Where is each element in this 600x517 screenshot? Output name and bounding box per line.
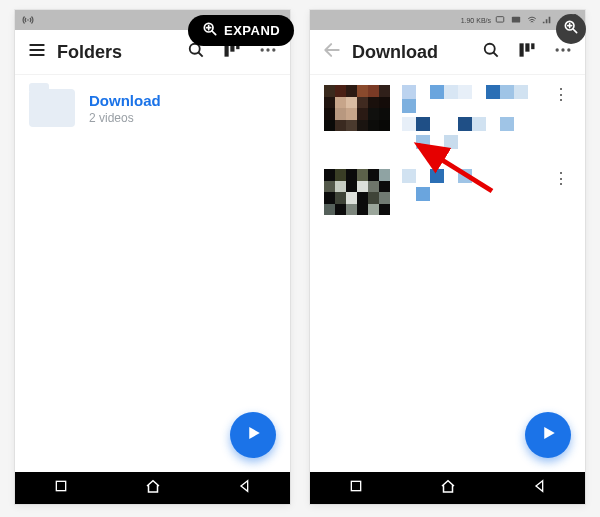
svg-point-31 [567, 48, 570, 51]
play-icon [244, 424, 262, 446]
hamburger-icon [27, 40, 47, 64]
triangle-left-icon [237, 480, 253, 497]
svg-marker-33 [544, 427, 555, 439]
system-nav-bar [310, 472, 585, 504]
video-title-placeholder [402, 85, 539, 149]
svg-point-30 [561, 48, 564, 51]
back-button[interactable] [532, 478, 548, 498]
zoom-in-icon [202, 21, 218, 40]
svg-point-29 [556, 48, 559, 51]
zoom-in-icon [563, 19, 579, 39]
svg-point-13 [266, 48, 269, 51]
back-button[interactable] [237, 478, 253, 498]
home-outline-icon [439, 481, 457, 498]
recent-apps-button[interactable] [53, 478, 69, 498]
video-item-1[interactable]: ⋮ [310, 75, 585, 159]
svg-point-14 [272, 48, 275, 51]
page-title: Download [348, 42, 475, 63]
video-title-placeholder [402, 169, 539, 201]
broadcast-icon [21, 14, 35, 26]
content-area: Download 2 videos [15, 75, 290, 472]
item-more-button[interactable]: ⋮ [551, 85, 571, 104]
search-icon [481, 40, 501, 64]
svg-rect-26 [520, 43, 524, 56]
status-bar: 1.90 KB/s [310, 10, 585, 30]
svg-rect-16 [56, 481, 65, 490]
folder-item-download[interactable]: Download 2 videos [15, 75, 290, 141]
cast-icon [494, 15, 506, 25]
view-toggle-button[interactable] [511, 36, 543, 68]
svg-rect-19 [512, 17, 520, 23]
video-thumbnail [324, 169, 390, 215]
network-speed-text: 1.90 KB/s [461, 17, 491, 24]
folder-subtitle: 2 videos [89, 111, 161, 125]
back-arrow-button[interactable] [316, 36, 348, 68]
app-bar: Download [310, 30, 585, 75]
triangle-left-icon [532, 480, 548, 497]
svg-rect-28 [531, 43, 534, 49]
home-button[interactable] [144, 477, 162, 499]
svg-rect-34 [351, 481, 360, 490]
svg-marker-35 [536, 481, 543, 492]
svg-marker-17 [241, 481, 248, 492]
home-outline-icon [144, 481, 162, 498]
wifi-icon [526, 15, 538, 25]
page-title: Folders [53, 42, 180, 63]
signal-icon [541, 15, 553, 25]
recent-apps-button[interactable] [348, 478, 364, 498]
item-more-button[interactable]: ⋮ [551, 169, 571, 188]
expand-button[interactable]: EXPAND [188, 15, 294, 46]
square-icon [53, 480, 69, 497]
zoom-button[interactable] [556, 14, 586, 44]
video-item-2[interactable]: ⋮ [310, 159, 585, 225]
svg-line-37 [212, 31, 216, 35]
system-nav-bar [15, 472, 290, 504]
svg-marker-15 [249, 427, 260, 439]
play-icon [539, 424, 557, 446]
play-fab[interactable] [525, 412, 571, 458]
play-fab[interactable] [230, 412, 276, 458]
search-button[interactable] [475, 36, 507, 68]
svg-line-41 [573, 29, 577, 33]
svg-point-12 [261, 48, 264, 51]
home-button[interactable] [439, 477, 457, 499]
folder-name: Download [89, 92, 161, 109]
more-vertical-icon: ⋮ [553, 170, 569, 187]
svg-rect-27 [525, 43, 529, 51]
svg-line-8 [199, 53, 203, 57]
more-vertical-icon: ⋮ [553, 86, 569, 103]
folder-icon [29, 89, 75, 127]
menu-button[interactable] [21, 36, 53, 68]
view-columns-icon [517, 40, 537, 64]
svg-point-0 [27, 19, 29, 21]
square-icon [348, 480, 364, 497]
phone-right: 1.90 KB/s [310, 10, 585, 504]
svg-rect-18 [496, 17, 504, 22]
volte-icon [509, 15, 523, 25]
arrow-left-icon [322, 40, 342, 64]
video-thumbnail [324, 85, 390, 131]
expand-label: EXPAND [224, 23, 280, 38]
phone-left: 0:14 Folders [15, 10, 290, 504]
content-area: ⋮ ⋮ [310, 75, 585, 472]
svg-line-25 [494, 53, 498, 57]
svg-point-24 [485, 44, 495, 54]
